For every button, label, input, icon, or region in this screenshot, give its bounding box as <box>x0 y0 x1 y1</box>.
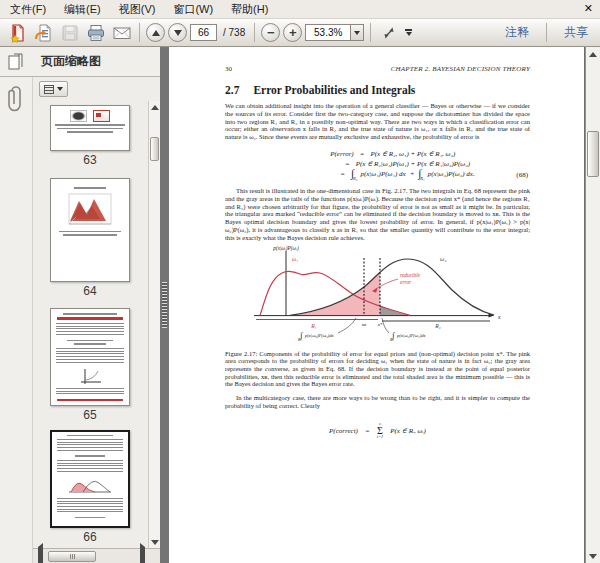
y-axis-label: p(x|ωᵢ)P(ωᵢ) <box>272 245 299 252</box>
page-thumbnails-icon <box>6 51 28 73</box>
fit-window-icon <box>380 24 398 42</box>
plus-icon: + <box>289 26 297 39</box>
page-thumbnails-panel-button[interactable] <box>0 47 33 77</box>
arrow-up-icon <box>589 52 597 57</box>
integral-sub: R₁ <box>420 177 424 181</box>
eq-rhs: P(x ∈ Rᵢ, ωᵢ) <box>390 427 426 435</box>
save-button[interactable] <box>58 22 81 44</box>
toolbar-separator <box>546 23 547 42</box>
thumbnail-list: 63 64 <box>33 101 160 548</box>
zoom-out-button[interactable]: − <box>261 23 280 42</box>
comment-button[interactable]: 注释 <box>499 24 535 41</box>
reducible-error-label: reducible <box>400 272 421 278</box>
arrow-up-icon <box>152 30 160 36</box>
equation-68: P(error) = P(x ∈ R₂, ω₁) + P(x ∈ R₁, ω₂)… <box>225 149 530 181</box>
menu-edit[interactable]: 编辑(E) <box>56 0 111 19</box>
scroll-down-button[interactable] <box>586 549 600 563</box>
eq-rhs1: P(x ∈ R₂, ω₁) + P(x ∈ R₁, ω₂) <box>370 149 455 159</box>
window-close-button[interactable]: ✕ <box>584 1 593 16</box>
menu-view[interactable]: 视图(V) <box>111 0 166 19</box>
summation-symbol: c Σ i=1 <box>377 422 384 440</box>
email-icon <box>112 23 132 43</box>
thumb64-3d-plot <box>64 191 116 229</box>
panel-title: 页面缩略图 <box>41 53 101 70</box>
reducible-error-label: error <box>400 278 412 284</box>
section-title: Error Probabilities and Integrals <box>253 84 415 96</box>
running-head: CHAPTER 2. BAYESIAN DECISION THEORY <box>391 65 530 73</box>
thumbnail-page-64[interactable] <box>50 178 130 282</box>
toolbar-separator <box>254 23 255 42</box>
attachments-panel-button[interactable] <box>5 85 27 119</box>
document-vertical-scrollbar[interactable] <box>585 47 600 563</box>
chevron-down-icon <box>406 32 412 36</box>
chevron-down-icon <box>354 31 360 35</box>
omega1-label: ω₁ <box>292 256 298 262</box>
eq-plus: + <box>408 169 417 179</box>
scroll-up-button[interactable] <box>149 101 160 113</box>
navigation-sidebar: 页面缩略图 <box>0 47 160 563</box>
scrollbar-thumb[interactable] <box>150 137 159 161</box>
zoom-dropdown-button[interactable] <box>351 24 364 41</box>
thumbnail-options-button[interactable] <box>39 81 68 97</box>
thumbnails-vertical-scrollbar[interactable] <box>148 101 160 548</box>
view-mode-dropdown[interactable] <box>405 29 412 36</box>
section-number: 2.7 <box>225 84 239 96</box>
thumbnail-page-63[interactable] <box>50 105 130 151</box>
eq-body2: p(x|ω₂)P(ω₂) dx. <box>428 169 475 179</box>
scroll-down-button[interactable] <box>149 536 160 548</box>
eq-lhs: P(error) <box>300 149 354 159</box>
paragraph-3: In the multicategory case, there are mor… <box>225 394 530 410</box>
zoom-in-button[interactable]: + <box>283 23 302 42</box>
next-page-button[interactable] <box>168 23 187 42</box>
thumbnail-label: 64 <box>83 282 96 302</box>
toolbar-separator <box>370 23 371 42</box>
export-file-icon <box>34 23 54 43</box>
panel-splitter[interactable] <box>160 47 169 563</box>
arrow-down-icon <box>589 554 597 559</box>
xstar-label: x* <box>376 321 382 326</box>
equation-number: (68) <box>516 171 528 179</box>
x-axis-label: x <box>497 313 501 319</box>
thumbnails-horizontal-scrollbar[interactable] <box>33 548 160 563</box>
share-button[interactable]: 共享 <box>558 24 594 41</box>
print-button[interactable] <box>84 22 107 44</box>
arrow-down-icon <box>174 30 182 36</box>
menu-bar: 文件(F) 编辑(E) 视图(V) 窗口(W) 帮助(H) ✕ <box>0 0 600 19</box>
equation-correct: P(correct) = c Σ i=1 P(x ∈ Rᵢ, ωᵢ) <box>225 422 530 440</box>
section-heading: 2.7 Error Probabilities and Integrals <box>225 84 530 96</box>
list-icon <box>44 85 54 94</box>
navigation-strip <box>0 77 33 563</box>
previous-page-button[interactable] <box>146 23 165 42</box>
integral-right-sub: R₂ <box>389 337 394 341</box>
thumb63-image-left <box>70 110 87 122</box>
integral-sub: R₂ <box>353 177 357 181</box>
scroll-right-button[interactable] <box>137 547 148 563</box>
export-file-button[interactable] <box>32 22 55 44</box>
thumbnail-label: 65 <box>83 406 96 426</box>
menu-help[interactable]: 帮助(H) <box>223 0 278 19</box>
scrollbar-thumb[interactable] <box>587 131 599 177</box>
dropdown-bar-icon <box>405 29 412 31</box>
thumbnail-page-65[interactable] <box>50 308 130 405</box>
integral-right-label: p(x|ω₁)P(ω₁)dx <box>396 332 426 337</box>
toolbar: 66 / 738 − + 53.3% 注释 共享 <box>0 19 600 47</box>
eq-lhs: P(correct) <box>329 427 358 435</box>
eq-body1: p(x|ω₁)P(ω₁) dx <box>360 169 405 179</box>
save-icon <box>61 24 79 42</box>
arrow-down-icon <box>151 540 159 545</box>
scroll-up-button[interactable] <box>586 47 600 61</box>
thumbnails-panel: 63 64 <box>33 77 160 563</box>
menu-window[interactable]: 窗口(W) <box>165 0 223 19</box>
page-number-input[interactable]: 66 <box>190 24 217 41</box>
menu-file[interactable]: 文件(F) <box>2 0 56 19</box>
scrollbar-thumb[interactable] <box>48 551 96 562</box>
thumbnail-page-66[interactable] <box>50 430 130 528</box>
fit-window-button[interactable] <box>377 22 400 44</box>
email-button[interactable] <box>110 22 133 44</box>
zoom-level-input[interactable]: 53.3% <box>305 24 351 41</box>
region1-label: R₁ <box>310 322 316 328</box>
integral-left-sub: R₁ <box>297 337 302 341</box>
thumbnail-label: 66 <box>83 528 96 548</box>
create-pdf-button[interactable] <box>6 22 29 44</box>
scroll-left-button[interactable] <box>35 547 46 563</box>
